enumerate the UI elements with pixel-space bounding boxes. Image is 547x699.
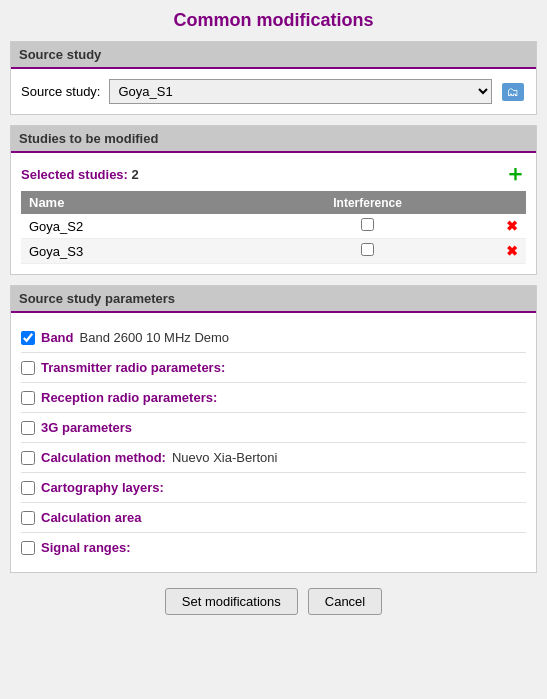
set-modifications-button[interactable]: Set modifications	[165, 588, 298, 615]
param-row: Band Band 2600 10 MHz Demo	[21, 323, 526, 353]
param-label-band: Band	[41, 330, 74, 345]
page-title: Common modifications	[10, 10, 537, 31]
remove-study-button[interactable]: ✖	[506, 218, 518, 234]
params-section: Source study parameters Band Band 2600 1…	[10, 285, 537, 573]
interference-cell	[237, 239, 498, 264]
studies-header: Studies to be modified	[11, 126, 536, 153]
table-row: Goya_S2✖	[21, 214, 526, 239]
param-checkbox-3g[interactable]	[21, 421, 35, 435]
param-checkbox-calculation_method[interactable]	[21, 451, 35, 465]
params-header: Source study parameters	[11, 286, 536, 313]
remove-icon: ✖	[506, 243, 518, 259]
col-interference: Interference	[237, 191, 498, 214]
param-checkbox-reception[interactable]	[21, 391, 35, 405]
param-row: Cartography layers:	[21, 473, 526, 503]
studies-section: Studies to be modified Selected studies:…	[10, 125, 537, 275]
col-name: Name	[21, 191, 237, 214]
interference-cell	[237, 214, 498, 239]
param-checkbox-band[interactable]	[21, 331, 35, 345]
param-row: Signal ranges:	[21, 533, 526, 562]
remove-cell: ✖	[498, 239, 526, 264]
param-value-calculation_method: Nuevo Xia-Bertoni	[172, 450, 278, 465]
source-study-row: Source study: Goya_S1 Goya_S2 Goya_S3 🗂	[21, 79, 526, 104]
studies-header-row: Selected studies: 2 ＋	[21, 163, 526, 185]
source-study-section: Source study Source study: Goya_S1 Goya_…	[10, 41, 537, 115]
param-label-3g: 3G parameters	[41, 420, 132, 435]
selected-studies-label: Selected studies:	[21, 167, 128, 182]
selected-count: 2	[132, 167, 139, 182]
param-checkbox-signal_ranges[interactable]	[21, 541, 35, 555]
param-checkbox-cartography[interactable]	[21, 481, 35, 495]
param-row: 3G parameters	[21, 413, 526, 443]
folder-icon: 🗂	[502, 83, 524, 101]
interference-checkbox[interactable]	[361, 243, 374, 256]
param-row: Reception radio parameters:	[21, 383, 526, 413]
param-checkbox-transmitter[interactable]	[21, 361, 35, 375]
studies-table: Name Interference Goya_S2✖Goya_S3✖	[21, 191, 526, 264]
param-label-calculation_method: Calculation method:	[41, 450, 166, 465]
interference-checkbox[interactable]	[361, 218, 374, 231]
col-remove	[498, 191, 526, 214]
param-row: Calculation area	[21, 503, 526, 533]
selected-studies-info: Selected studies: 2	[21, 167, 139, 182]
add-study-button[interactable]: ＋	[504, 163, 526, 185]
param-label-reception: Reception radio parameters:	[41, 390, 217, 405]
source-study-label: Source study:	[21, 84, 101, 99]
study-name: Goya_S3	[21, 239, 237, 264]
param-label-cartography: Cartography layers:	[41, 480, 164, 495]
remove-icon: ✖	[506, 218, 518, 234]
table-row: Goya_S3✖	[21, 239, 526, 264]
source-study-header: Source study	[11, 42, 536, 69]
param-row: Transmitter radio parameters:	[21, 353, 526, 383]
study-name: Goya_S2	[21, 214, 237, 239]
param-checkbox-calc_area[interactable]	[21, 511, 35, 525]
param-row: Calculation method: Nuevo Xia-Bertoni	[21, 443, 526, 473]
add-icon: ＋	[504, 161, 526, 186]
folder-button[interactable]: 🗂	[500, 81, 526, 103]
param-label-signal_ranges: Signal ranges:	[41, 540, 131, 555]
cancel-button[interactable]: Cancel	[308, 588, 382, 615]
param-label-calc_area: Calculation area	[41, 510, 141, 525]
param-label-transmitter: Transmitter radio parameters:	[41, 360, 225, 375]
remove-cell: ✖	[498, 214, 526, 239]
page-container: Common modifications Source study Source…	[0, 0, 547, 630]
param-value-band: Band 2600 10 MHz Demo	[80, 330, 230, 345]
buttons-row: Set modifications Cancel	[10, 588, 537, 615]
remove-study-button[interactable]: ✖	[506, 243, 518, 259]
source-study-select[interactable]: Goya_S1 Goya_S2 Goya_S3	[109, 79, 493, 104]
